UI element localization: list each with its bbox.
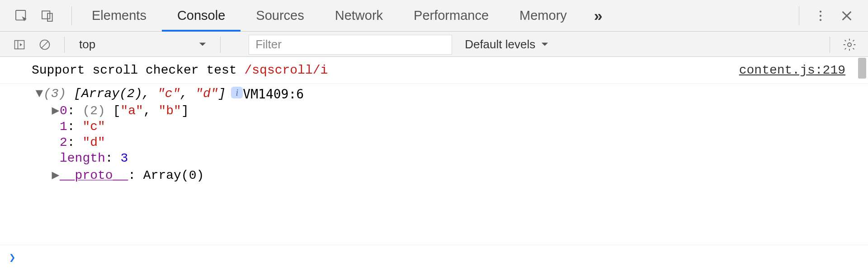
bracket-close: ]	[218, 87, 226, 101]
tab-list: Elements Console Sources Network Perform…	[76, 0, 614, 31]
tab-label: Sources	[256, 8, 304, 23]
disclosure-triangle-icon[interactable]: ▼	[35, 87, 43, 101]
message-source-link[interactable]: VM1409:6	[243, 87, 304, 102]
svg-rect-1	[42, 11, 50, 19]
console-object: ▼ (3) [Array(2), "c", "d"] i VM1409:6 ▶0…	[0, 84, 868, 188]
divider	[64, 37, 65, 53]
log-levels-selector[interactable]: Default levels	[452, 37, 561, 51]
console-toolbar: top Default levels	[0, 32, 868, 57]
disclosure-triangle-icon[interactable]: ▶	[52, 102, 60, 118]
more-tabs-button[interactable]: »	[582, 0, 614, 31]
bracket-close: ]	[181, 104, 189, 118]
console-output: Support scroll checker test /sqscroll/i …	[0, 57, 868, 270]
entry-str-a: "a"	[120, 104, 143, 118]
message-source-link[interactable]: content.js:219	[726, 61, 845, 79]
entry-value: 3	[120, 151, 128, 165]
info-badge-icon[interactable]: i	[231, 87, 243, 98]
object-entry[interactable]: ▶0: (2) ["a", "b"]	[52, 102, 845, 119]
bracket-open: [	[105, 104, 121, 118]
inspect-icon[interactable]	[13, 7, 30, 24]
clear-console-icon[interactable]	[36, 36, 53, 53]
toggle-console-sidebar-icon[interactable]	[11, 36, 28, 53]
divider	[71, 6, 72, 25]
tabbar-right-icons	[804, 7, 868, 24]
object-entry[interactable]: 2: "d"	[52, 135, 845, 150]
console-prompt[interactable]: ❯	[0, 245, 868, 270]
bracket-open: [	[66, 87, 81, 101]
disclosure-triangle-icon[interactable]: ▶	[52, 167, 60, 182]
divider	[220, 37, 221, 53]
entry-key: 1	[60, 120, 67, 134]
entry-key: 2	[60, 135, 67, 149]
log-levels-label: Default levels	[465, 37, 535, 51]
context-selector[interactable]: top	[69, 35, 216, 55]
close-icon[interactable]	[838, 7, 855, 24]
tab-network[interactable]: Network	[320, 0, 398, 31]
tab-label: Elements	[92, 8, 146, 23]
chevron-down-icon	[541, 37, 549, 51]
toolbar-left-icons	[0, 36, 60, 53]
summary-array: Array(2)	[81, 87, 142, 101]
sep: ,	[142, 87, 157, 101]
live-expression-icon[interactable]	[225, 36, 249, 53]
sep: ,	[180, 87, 195, 101]
tab-memory[interactable]: Memory	[504, 0, 582, 31]
tab-label: Console	[177, 8, 225, 23]
message-regex: /sqscroll/i	[244, 63, 328, 77]
tab-performance[interactable]: Performance	[398, 0, 504, 31]
entry-key: 0	[60, 104, 67, 118]
entry-key: length	[60, 151, 105, 165]
toolbar-right-icons	[835, 36, 868, 53]
context-selector-label: top	[79, 37, 95, 51]
gear-icon[interactable]	[841, 36, 858, 53]
svg-point-9	[848, 43, 851, 47]
tab-label: Network	[335, 8, 383, 23]
divider	[830, 37, 830, 53]
tab-console[interactable]: Console	[162, 0, 241, 31]
chevron-down-icon	[198, 37, 207, 51]
chevron-double-right-icon: »	[594, 7, 603, 24]
scrollbar[interactable]	[858, 58, 866, 79]
device-toggle-icon[interactable]	[39, 7, 56, 24]
object-entry[interactable]: 1: "c"	[52, 119, 845, 135]
message-prefix: Support scroll checker test	[32, 63, 244, 77]
menu-icon[interactable]	[812, 7, 829, 24]
object-summary[interactable]: (3) [Array(2), "c", "d"]	[43, 87, 226, 101]
object-entry[interactable]: length: 3	[52, 150, 845, 166]
summary-str-c: "c"	[157, 87, 180, 101]
proto-value: Array(0)	[143, 168, 204, 182]
svg-rect-6	[15, 40, 24, 49]
devtools-tab-bar: Elements Console Sources Network Perform…	[0, 0, 868, 32]
array-length: (3)	[43, 87, 66, 101]
tabbar-left-icons	[0, 7, 67, 24]
message-content: Support scroll checker test /sqscroll/i	[32, 61, 328, 79]
proto-label: __proto__	[60, 168, 128, 182]
entry-value: "c"	[82, 120, 105, 134]
tab-label: Performance	[414, 8, 489, 23]
svg-point-4	[820, 14, 821, 16]
svg-point-5	[820, 19, 821, 21]
filter-input[interactable]	[249, 35, 452, 55]
tab-sources[interactable]: Sources	[241, 0, 319, 31]
tab-label: Memory	[519, 8, 567, 23]
svg-point-3	[820, 10, 821, 12]
entry-str-b: "b"	[158, 104, 181, 118]
divider	[799, 6, 799, 25]
summary-str-d: "d"	[195, 87, 218, 101]
object-tree: ▶0: (2) ["a", "b"] 1: "c" 2: "d" length:…	[35, 102, 845, 183]
entry-value: "d"	[82, 135, 105, 149]
sep: ,	[143, 104, 159, 118]
prompt-chevron-icon: ❯	[9, 251, 15, 264]
array-length: (2)	[82, 104, 105, 118]
console-message: Support scroll checker test /sqscroll/i …	[0, 57, 868, 84]
tab-elements[interactable]: Elements	[76, 0, 162, 31]
object-proto[interactable]: ▶__proto__: Array(0)	[52, 166, 845, 183]
object-header: ▼ (3) [Array(2), "c", "d"] i VM1409:6	[35, 87, 845, 102]
